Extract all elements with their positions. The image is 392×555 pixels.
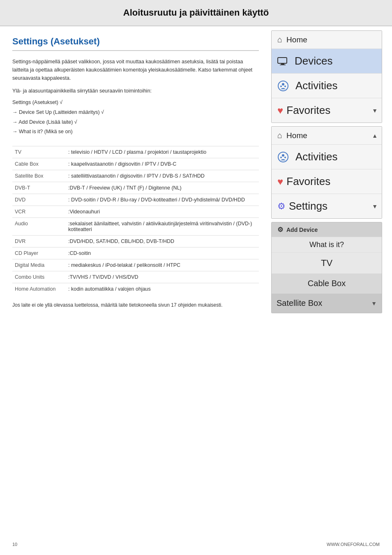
device-name: CD Player: [12, 247, 66, 259]
website-url: WWW.ONEFORALL.COM: [327, 542, 380, 547]
table-row: Cable Box: kaapelivastaanotin / digisovi…: [12, 158, 259, 170]
page-footer: 10 WWW.ONEFORALL.COM: [12, 542, 380, 547]
what-is-it-label: What is it?: [309, 240, 344, 249]
svg-point-5: [280, 86, 282, 87]
device-desc: : kodin automatiikka / valojen ohjaus: [66, 283, 259, 295]
device-desc: :Videonauhuri: [66, 206, 259, 218]
svg-rect-1: [281, 63, 284, 65]
svg-point-4: [282, 83, 284, 86]
nav-item-home[interactable]: ⌂ Home: [272, 31, 382, 49]
device-desc: : satelliittivastaanotin / digisovitin /…: [66, 170, 259, 182]
intro-text: Settings-näppäimellä pääset valikkoon, j…: [12, 58, 259, 82]
device-desc: : kaapelivastaanotin / digisovitin / IPT…: [66, 158, 259, 170]
device-name: DVD: [12, 194, 66, 206]
favorites-icon-2: ♥: [277, 176, 283, 187]
nav-label-activities: Activities: [295, 79, 338, 92]
svg-point-6: [284, 86, 286, 87]
device-name: Home Automation: [12, 283, 66, 295]
nav-item-activities[interactable]: Activities: [272, 74, 382, 98]
device-name: Digital Media: [12, 259, 66, 271]
chevron-down-icon-2: ▼: [372, 203, 378, 210]
device-tv-label: TV: [321, 258, 332, 268]
device-name: DVR: [12, 236, 66, 247]
page-title: Aloitusruutu ja päivittäinen käyttö: [8, 7, 384, 18]
add-device-label: Add Device: [286, 227, 318, 233]
svg-rect-0: [278, 58, 287, 63]
nav-panel-1: ⌂ Home Devices: [271, 30, 382, 123]
device-cable-box-label: Cable Box: [308, 279, 346, 288]
nav-label-activities2: Activities: [295, 150, 338, 163]
table-row: DVD: DVD-soitin / DVD-R / Blu-ray / DVD-…: [12, 194, 259, 206]
menu-item-4: → What is it? (Mikä se on): [12, 127, 259, 137]
nav-label-favorites2: Favorites: [286, 175, 330, 188]
add-device-panel: ⚙ Add Device What is it? TV Cable Box Sa…: [271, 222, 382, 313]
device-desc: :CD-soitin: [66, 247, 259, 259]
svg-rect-2: [280, 65, 286, 65]
menu-item-1: Settings (Asetukset) √: [12, 98, 259, 108]
nav-label-settings: Settings: [289, 200, 327, 213]
table-row: DVR:DVD/HDD, SAT/HDD, CBL/HDD, DVB-T/HDD: [12, 236, 259, 247]
table-row: Home Automation: kodin automatiikka / va…: [12, 283, 259, 295]
table-row: Digital Media: mediakeskus / iPod-telaka…: [12, 259, 259, 271]
svg-point-7: [278, 152, 288, 162]
page-number: 10: [12, 542, 17, 547]
device-name: Combo Units: [12, 271, 66, 283]
nav-label-home2: Home: [286, 131, 307, 140]
device-desc: : televisio / HDTV / LCD / plasma / proj…: [66, 146, 259, 158]
activities-icon-2: [277, 151, 291, 163]
device-desc: :sekalaiset äänilaitteet, vahvistin / ak…: [66, 218, 259, 236]
device-tv[interactable]: TV: [272, 253, 382, 274]
nav-item-activities2[interactable]: Activities: [272, 145, 382, 169]
device-satellite-box[interactable]: Satellite Box ▼: [272, 294, 382, 313]
device-desc: : DVD-soitin / DVD-R / Blu-ray / DVD-kot…: [66, 194, 259, 206]
device-table: TV: televisio / HDTV / LCD / plasma / pr…: [12, 146, 259, 295]
nav-item-settings[interactable]: ⚙ Settings ▼: [272, 194, 382, 218]
footer-note: Jos laite ei ole yllä olevassa luettelos…: [12, 302, 259, 308]
svg-point-10: [284, 157, 286, 158]
table-row: CD Player:CD-soitin: [12, 247, 259, 259]
home-icon-2: ⌂: [277, 131, 282, 140]
home-icon: ⌂: [277, 35, 282, 44]
device-name: Satellite Box: [12, 170, 66, 182]
menu-item-2: → Device Set Up (Laitteiden määritys) √: [12, 108, 259, 118]
menu-list: Settings (Asetukset) √ → Device Set Up (…: [12, 98, 259, 137]
device-name: Audio: [12, 218, 66, 236]
device-name: Cable Box: [12, 158, 66, 170]
favorites-icon: ♥: [277, 105, 283, 116]
nav-item-favorites2[interactable]: ♥ Favorites: [272, 169, 382, 194]
table-row: Satellite Box: satelliittivastaanotin / …: [12, 170, 259, 182]
what-is-it-item[interactable]: What is it?: [272, 237, 382, 253]
page-header: Aloitusruutu ja päivittäinen käyttö: [0, 0, 392, 26]
table-row: Combo Units:TV/VHS / TV/DVD / VHS/DVD: [12, 271, 259, 283]
nav-item-home2[interactable]: ⌂ Home ▲: [272, 127, 382, 145]
add-device-header[interactable]: ⚙ Add Device: [272, 222, 382, 237]
chevron-down-icon-1: ▼: [372, 107, 378, 114]
device-cable-box[interactable]: Cable Box: [272, 274, 382, 294]
left-content: Settings (Asetukset) Settings-näppäimell…: [0, 26, 271, 320]
device-satellite-box-label: Satellite Box: [277, 298, 322, 308]
nav-panel-2: ⌂ Home ▲ Activities ♥ Fav: [271, 126, 382, 219]
devices-icon: [277, 57, 291, 65]
device-desc: :DVB-T / Freeview (UK) / TNT (F) / Digit…: [66, 182, 259, 194]
device-desc: :TV/VHS / TV/DVD / VHS/DVD: [66, 271, 259, 283]
device-name: TV: [12, 146, 66, 158]
subtitle-text: Ylä- ja alasuuntapainikkeilla siirrytään…: [12, 88, 259, 94]
table-row: Audio:sekalaiset äänilaitteet, vahvistin…: [12, 218, 259, 236]
svg-point-8: [282, 154, 284, 157]
chevron-down-icon-3: ▼: [371, 300, 377, 307]
main-layout: Settings (Asetukset) Settings-näppäimell…: [0, 26, 392, 320]
nav-label-favorites: Favorites: [286, 104, 330, 117]
gear-icon: ⚙: [277, 226, 283, 234]
section-title: Settings (Asetukset): [12, 36, 259, 51]
nav-item-favorites[interactable]: ♥ Favorites ▼: [272, 98, 382, 123]
svg-point-9: [280, 157, 282, 158]
device-desc: : mediakeskus / iPod-telakat / pelikonso…: [66, 259, 259, 271]
menu-item-3: → Add Device (Lisää laite) √: [12, 118, 259, 127]
right-sidebar: ⌂ Home Devices: [271, 26, 386, 320]
table-row: DVB-T:DVB-T / Freeview (UK) / TNT (F) / …: [12, 182, 259, 194]
nav-item-devices[interactable]: Devices: [272, 49, 382, 74]
chevron-up-icon: ▲: [372, 132, 378, 139]
table-row: VCR:Videonauhuri: [12, 206, 259, 218]
device-desc: :DVD/HDD, SAT/HDD, CBL/HDD, DVB-T/HDD: [66, 236, 259, 247]
svg-point-3: [278, 81, 288, 91]
